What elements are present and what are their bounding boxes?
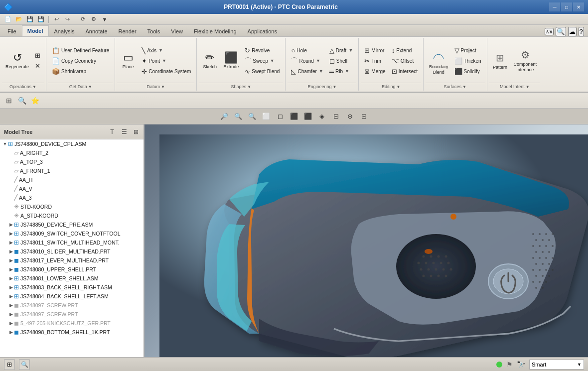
- round-dropdown[interactable]: ▼: [316, 58, 320, 63]
- tree-item-root[interactable]: ▼ ⊞ JS748800_DEVICE_CPL.ASM: [0, 139, 144, 148]
- trim-button[interactable]: ✂ Trim: [362, 56, 388, 66]
- view-manager-button[interactable]: ⊞: [357, 111, 370, 123]
- statusbar-settings-button[interactable]: 🔍: [19, 359, 30, 370]
- zoom-area-button[interactable]: 🔎: [218, 111, 231, 123]
- window-controls[interactable]: ─ □ ✕: [549, 2, 584, 11]
- tab-render[interactable]: Render: [113, 25, 142, 36]
- axis-button[interactable]: ╲ Axis ▼: [139, 45, 193, 55]
- layer-tree-button[interactable]: 🔍: [16, 95, 28, 107]
- list-item[interactable]: ▶ ◼ JS748098_BOTTOM_SHELL_1K.PRT: [0, 328, 144, 337]
- shell-button[interactable]: ◻ Shell: [327, 56, 356, 66]
- datum-group-label[interactable]: Datum ▼: [117, 83, 194, 90]
- regenerate-ribbon-button[interactable]: ↺ Regenerate: [3, 43, 31, 79]
- coord-system-button[interactable]: ✛ Coordinate System: [139, 66, 193, 76]
- help-button[interactable]: ?: [579, 27, 584, 36]
- list-item[interactable]: ▶ ◼ JS748097_SCREW.PRT: [0, 301, 144, 310]
- wireframe-button[interactable]: ⬜: [260, 111, 273, 123]
- list-item[interactable]: ╱ AA_H: [0, 175, 144, 184]
- merge-button[interactable]: ⊠ Merge: [362, 66, 388, 76]
- close-button[interactable]: ✕: [573, 2, 584, 11]
- feature-tree-button[interactable]: ⭐: [29, 95, 41, 107]
- expand-icon[interactable]: ▶: [8, 240, 14, 245]
- expand-icon[interactable]: ▶: [8, 276, 14, 281]
- swept-blend-button[interactable]: ∿ Swept Blend: [242, 66, 282, 76]
- expand-icon[interactable]: ▶: [8, 231, 14, 236]
- pattern-button[interactable]: ⊞ Pattern: [490, 43, 510, 79]
- select-dropdown-arrow[interactable]: ▼: [577, 362, 582, 367]
- tab-flexible[interactable]: Flexible Modeling: [188, 25, 242, 36]
- save-button[interactable]: 💾: [25, 15, 35, 24]
- engineering-group-label[interactable]: Engineering ▼: [288, 83, 356, 90]
- hidden-lines-button[interactable]: ◻: [274, 111, 287, 123]
- tab-model[interactable]: Model: [22, 25, 49, 36]
- solidify-button[interactable]: ⬛ Solidify: [452, 66, 484, 76]
- redo-button[interactable]: ↪: [62, 15, 72, 24]
- surfaces-group-label[interactable]: Surfaces ▼: [426, 83, 485, 90]
- tree-view-button[interactable]: ⊞: [3, 95, 15, 107]
- ops-btn1[interactable]: ⊞: [32, 51, 43, 61]
- tree-settings-button[interactable]: ☰: [119, 126, 130, 137]
- rib-dropdown[interactable]: ▼: [345, 69, 349, 74]
- regenerate-button[interactable]: ⟳: [78, 15, 88, 24]
- expand-icon[interactable]: ▶: [8, 294, 14, 299]
- list-item[interactable]: ▶ ⊞ JS748084_BACK_SHELL_LEFT.ASM: [0, 292, 144, 301]
- component-interface-button[interactable]: ⚙ ComponentInterface: [511, 43, 540, 79]
- chamfer-dropdown[interactable]: ▼: [319, 69, 323, 74]
- copy-geometry-button[interactable]: 📄 Copy Geometry: [49, 56, 112, 66]
- draft-dropdown[interactable]: ▼: [348, 48, 353, 53]
- zoom-out-button[interactable]: 🔍: [246, 111, 259, 123]
- boundary-blend-button[interactable]: ⌓ BoundaryBlend: [427, 43, 451, 79]
- save-backup-button[interactable]: 💾: [36, 15, 46, 24]
- expand-icon[interactable]: ▼: [2, 141, 8, 146]
- offset-button[interactable]: ⌥ Offset: [389, 56, 420, 66]
- draft-button[interactable]: △ Draft ▼: [327, 45, 356, 55]
- search-button[interactable]: 🔍: [556, 27, 566, 36]
- maximize-button[interactable]: □: [561, 2, 572, 11]
- expand-icon[interactable]: ▶: [8, 222, 14, 227]
- 3d-viewport[interactable]: [145, 124, 588, 357]
- ops-btn2[interactable]: ✕: [32, 61, 43, 71]
- new-file-button[interactable]: 📄: [3, 15, 13, 24]
- list-item[interactable]: ▶ ⊞ JS748011_SWITCH_MULTIHEAD_MONT.: [0, 238, 144, 247]
- intersect-button[interactable]: ⊡ Intersect: [389, 66, 420, 76]
- operations-group-label[interactable]: Operations ▼: [2, 83, 44, 90]
- list-item[interactable]: ▱ A_RIGHT_2: [0, 148, 144, 157]
- chamfer-button[interactable]: ◺ Chamfer ▼: [289, 66, 325, 76]
- tab-analysis[interactable]: Analysis: [49, 25, 80, 36]
- list-item[interactable]: ▶ ◼ JS748097_SCREW.PRT: [0, 310, 144, 319]
- rib-button[interactable]: ═ Rib ▼: [327, 66, 356, 76]
- editing-group-label[interactable]: Editing ▼: [361, 83, 421, 90]
- expand-icon[interactable]: ▶: [8, 303, 14, 308]
- perspective-button[interactable]: ◈: [315, 111, 328, 123]
- list-item[interactable]: ▱ A_TOP_3: [0, 157, 144, 166]
- expand-icon[interactable]: ▶: [8, 330, 14, 335]
- project-button[interactable]: ▽ Project: [452, 45, 484, 55]
- minimize-button[interactable]: ─: [549, 2, 560, 11]
- tab-applications[interactable]: Applications: [242, 25, 283, 36]
- extrude-button[interactable]: ⬛ Extrude: [221, 43, 241, 79]
- selection-mode-select[interactable]: Smart ▼: [529, 360, 584, 370]
- point-dropdown[interactable]: ▼: [162, 58, 166, 63]
- expand-icon[interactable]: ▶: [8, 267, 14, 272]
- model-intent-group-label[interactable]: Model Intent ▼: [489, 83, 541, 90]
- search-icon[interactable]: 🔭: [517, 361, 525, 369]
- list-item[interactable]: ✳ A_STD-KOORD: [0, 211, 144, 220]
- extend-button[interactable]: ↕ Extend: [389, 45, 420, 55]
- list-item[interactable]: ╱ AA_3: [0, 193, 144, 202]
- tree-expand-button[interactable]: ⊞: [131, 126, 142, 137]
- expand-icon[interactable]: ▶: [8, 249, 14, 254]
- help-collapse-button[interactable]: ∧∨: [545, 28, 554, 35]
- list-item[interactable]: ▶ ⊞ JS748009_SWITCH_COVER_NOTFTOOL: [0, 229, 144, 238]
- cloud-button[interactable]: ☁: [568, 27, 577, 36]
- list-item[interactable]: ▶ ◼ JS748080_UPPER_SHELL.PRT: [0, 265, 144, 274]
- revolve-button[interactable]: ↻ Revolve: [242, 45, 282, 55]
- user-defined-feature-button[interactable]: 📋 User-Defined Feature: [49, 45, 112, 55]
- tree-filter-button[interactable]: T: [107, 126, 118, 137]
- settings-button[interactable]: ⚙: [89, 15, 99, 24]
- thicken-button[interactable]: ⬜ Thicken: [452, 56, 484, 66]
- undo-button[interactable]: ↩: [51, 15, 61, 24]
- no-hidden-button[interactable]: ⊟: [329, 111, 342, 123]
- list-item[interactable]: ▶ ◼ JS748010_SLIDER_MULTIHEAD.PRT: [0, 247, 144, 256]
- axis-dropdown[interactable]: ▼: [158, 48, 163, 53]
- sketch-button[interactable]: ✏ Sketch: [200, 43, 220, 79]
